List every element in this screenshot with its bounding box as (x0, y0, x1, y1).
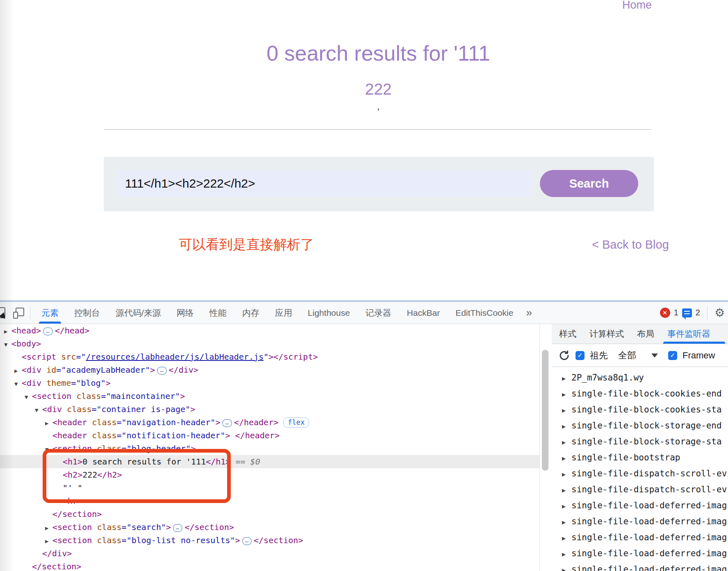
element-tree-row[interactable]: ▼<div class="container is-page"> (0, 403, 539, 416)
expand-arrow-icon[interactable]: ▶ (562, 546, 571, 562)
event-listener-row[interactable]: ▶single-file-block-cookies-sta (552, 402, 728, 418)
event-listener-row[interactable]: ▶single-file-load-deferred-imag (552, 514, 728, 530)
error-badge-icon[interactable]: ✕ (660, 308, 670, 318)
expand-arrow-icon[interactable]: ▶ (562, 530, 571, 546)
collapsed-content-icon[interactable]: … (173, 524, 182, 532)
sidebar-tab[interactable]: 事件监听器 (661, 324, 717, 344)
expand-arrow-icon[interactable]: ▶ (562, 435, 571, 451)
elements-scrollbar[interactable] (542, 350, 548, 471)
expand-arrow-icon[interactable]: ▶ (562, 403, 571, 419)
collapsed-content-icon[interactable]: … (222, 419, 232, 427)
expand-arrow-icon[interactable]: ▶ (562, 467, 571, 483)
back-to-blog-link[interactable]: < Back to Blog (592, 238, 669, 252)
expand-arrow-icon[interactable]: ▶ (562, 451, 571, 467)
event-listener-row[interactable]: ▶single-file-load-deferred-imag (552, 562, 728, 571)
expand-arrow-icon[interactable]: ▶ (562, 419, 571, 435)
element-tree-row[interactable]: ▼<body> (0, 337, 539, 350)
element-tree-row[interactable]: <header class="notification-header"> </h… (0, 429, 539, 442)
devtools-tab[interactable]: 元素 (34, 302, 66, 324)
expand-arrow-icon[interactable]: ▼ (14, 377, 22, 390)
devtools-tab[interactable]: 源代码/来源 (108, 302, 169, 324)
sidebar-tab[interactable]: 计算样式 (583, 324, 630, 344)
devtools-tab[interactable]: 内存 (234, 302, 267, 324)
expand-arrow-icon[interactable]: ▼ (4, 338, 11, 351)
event-listener-row[interactable]: ▶single-file-load-deferred-imag (552, 530, 728, 546)
device-toolbar-icon[interactable] (13, 307, 24, 319)
code-segment: > (166, 522, 171, 532)
element-tree-row[interactable]: ▼<section class="maincontainer"> (0, 390, 539, 403)
element-tree-row[interactable]: ▶<head>…</head> (0, 324, 539, 337)
element-tree-row[interactable]: ▼<section class="blog-header"> (0, 442, 539, 455)
event-listener-row[interactable]: ▶single-file-load-deferred-imag (552, 546, 728, 562)
devtools-tab[interactable]: 记录器 (358, 302, 399, 324)
element-tree-row[interactable]: <h1>0 search results for '111</h1> == $0 (0, 455, 539, 468)
devtools-tab[interactable]: HackBar (399, 302, 448, 324)
event-listener-row[interactable]: ▶single-file-block-cookies-end (552, 386, 728, 402)
expand-arrow-icon[interactable]: ▼ (35, 403, 42, 417)
inspect-element-icon[interactable] (0, 307, 5, 318)
framework-checkbox[interactable]: ✓ (668, 351, 677, 360)
devtools-tab[interactable]: 控制台 (66, 302, 108, 324)
event-listener-row[interactable]: ▶single-file-block-storage-end (552, 418, 728, 434)
expand-arrow-icon[interactable]: ▼ (45, 443, 52, 456)
devtools-panel: 元素控制台源代码/来源网络性能内存应用Lighthouse记录器HackBarE… (0, 300, 728, 571)
expand-arrow-icon[interactable]: ▶ (14, 364, 22, 377)
code-segment: 0 search results for '111 (82, 457, 206, 467)
devtools-tab[interactable]: 网络 (169, 302, 202, 324)
home-link[interactable]: Home (622, 0, 652, 11)
element-tree-row[interactable]: ▶<div id="academyLabHeader">…</div> (0, 363, 539, 376)
code-segment: </h1> (206, 457, 230, 467)
expand-arrow-icon[interactable]: ▶ (45, 417, 52, 430)
expand-arrow-icon[interactable]: ▶ (562, 498, 571, 514)
expand-arrow-icon[interactable]: ▶ (45, 535, 52, 548)
expand-arrow-icon[interactable]: ▼ (25, 390, 32, 403)
element-tree-row[interactable]: "' " (0, 481, 539, 494)
flex-badge[interactable]: flex (283, 417, 309, 428)
code-segment: 222 (82, 470, 97, 480)
devtools-tab[interactable]: 性能 (202, 302, 234, 324)
collapsed-content-icon[interactable]: … (157, 367, 166, 375)
collapsed-content-icon[interactable]: … (242, 537, 252, 545)
search-button[interactable]: Search (540, 170, 638, 197)
element-tree-row[interactable]: ▼<div theme="blog"> (0, 376, 539, 390)
element-tree-row[interactable]: ▶<section class="blog-list no-results">…… (0, 534, 539, 547)
sidebar-tab[interactable]: 布局 (630, 324, 661, 344)
scope-select[interactable]: 全部 (618, 349, 636, 362)
element-tree-row[interactable]: </section> (0, 508, 539, 521)
expand-arrow-icon[interactable]: ▶ (562, 387, 571, 403)
event-listener-row[interactable]: ▶single-file-bootstrap (552, 450, 728, 466)
expand-arrow-icon[interactable]: ▶ (562, 483, 571, 498)
ancestors-checkbox[interactable]: ✓ (576, 351, 585, 360)
expand-arrow-icon[interactable]: ▶ (562, 562, 571, 571)
devtools-tab[interactable]: 应用 (267, 302, 300, 324)
event-listener-row[interactable]: ▶2P_m7wsa8q1.wy (552, 370, 728, 386)
event-listener-row[interactable]: ▶single-file-block-storage-sta (552, 434, 728, 450)
settings-gear-icon[interactable]: ⚙ (714, 307, 725, 319)
element-tree-row[interactable]: ▶<header class="navigation-header">…</he… (0, 416, 539, 429)
element-tree-row[interactable]: <h2>222</h2> (0, 468, 539, 481)
element-tree-row[interactable]: </section> (0, 560, 539, 571)
element-tree-row[interactable]: <hr> (0, 494, 539, 508)
code-segment: </section> (32, 562, 81, 571)
dropdown-arrow-icon[interactable] (651, 353, 658, 358)
expand-arrow-icon[interactable]: ▶ (562, 371, 571, 387)
event-listener-row[interactable]: ▶single-file-load-deferred-imag (552, 498, 728, 514)
event-listener-row[interactable]: ▶single-file-dispatch-scroll-ev (552, 482, 728, 498)
expand-arrow-icon[interactable]: ▶ (4, 325, 11, 338)
issues-icon[interactable] (682, 308, 692, 317)
refresh-icon[interactable] (559, 350, 570, 361)
code-segment: ="navigation-header" (117, 417, 216, 427)
more-tabs-chevron-icon[interactable]: » (521, 306, 537, 319)
devtools-tab[interactable]: Lighthouse (300, 302, 358, 324)
element-tree-row[interactable]: <script src="/resources/labheader/js/lab… (0, 350, 539, 363)
search-input[interactable] (117, 170, 532, 197)
expand-arrow-icon[interactable]: ▶ (562, 514, 571, 530)
expand-arrow-icon[interactable]: ▶ (45, 521, 52, 535)
collapsed-content-icon[interactable]: … (43, 327, 52, 335)
element-tree-row[interactable]: </div> (0, 547, 539, 560)
devtools-tab[interactable]: EditThisCookie (448, 302, 521, 324)
element-tree-row[interactable]: ▶<section class="search">…</section> (0, 521, 539, 534)
sidebar-tab[interactable]: 样式 (553, 324, 583, 344)
event-listener-row[interactable]: ▶single-file-dispatch-scroll-ev (552, 466, 728, 482)
expand-arrow-spacer (55, 456, 63, 469)
